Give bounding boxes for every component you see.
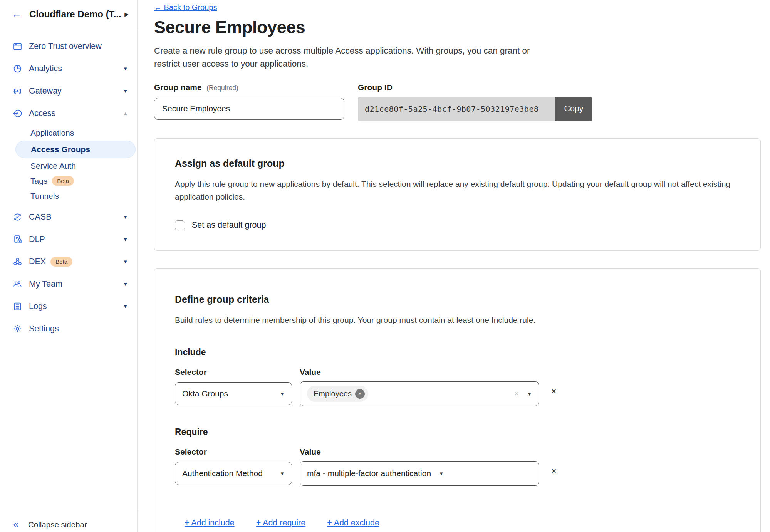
sidebar-item-logs[interactable]: Logs ▼ bbox=[0, 295, 137, 317]
sidebar-item-dex[interactable]: DEX Beta ▼ bbox=[0, 250, 137, 273]
require-selector-label: Selector bbox=[175, 447, 300, 456]
group-name-label: Group name bbox=[154, 83, 202, 92]
sidebar-item-tunnels[interactable]: Tunnels bbox=[0, 188, 137, 203]
add-rule-links: + Add include + Add require + Add exclud… bbox=[185, 518, 739, 528]
sidebar-item-label: DLP bbox=[29, 235, 45, 244]
chevron-right-icon[interactable]: ▶ bbox=[124, 11, 129, 17]
account-name[interactable]: Cloudflare Demo (T... bbox=[29, 9, 121, 20]
remove-require-rule-button[interactable]: ✕ bbox=[551, 467, 557, 475]
sidebar-item-settings[interactable]: Settings bbox=[0, 317, 137, 340]
sidebar-item-label: My Team bbox=[29, 279, 62, 289]
team-people-icon bbox=[13, 279, 22, 289]
group-name-input[interactable] bbox=[154, 98, 344, 120]
require-heading: Require bbox=[175, 427, 739, 437]
add-require-link[interactable]: + Add require bbox=[256, 518, 306, 528]
sidebar-item-applications[interactable]: Applications bbox=[0, 125, 137, 140]
sidebar-item-gateway[interactable]: Gateway ▼ bbox=[0, 80, 137, 102]
include-value-label: Value bbox=[300, 368, 321, 377]
default-group-card-body: Apply this rule group to new application… bbox=[175, 178, 739, 203]
clear-values-icon[interactable]: ✕ bbox=[514, 390, 519, 398]
window-icon bbox=[13, 42, 22, 51]
beta-badge: Beta bbox=[52, 176, 74, 186]
sidebar-item-my-team[interactable]: My Team ▼ bbox=[0, 273, 137, 295]
sidebar-item-service-auth[interactable]: Service Auth bbox=[0, 158, 137, 173]
require-selector-value: Authentication Method bbox=[182, 469, 263, 478]
value-chip-label: Employees bbox=[314, 389, 352, 398]
collapse-sidebar-button[interactable]: « Collapse sidebar bbox=[0, 510, 137, 532]
require-value-label: Value bbox=[300, 447, 321, 456]
copy-button[interactable]: Copy bbox=[555, 97, 592, 121]
back-arrow-icon[interactable]: ← bbox=[12, 9, 22, 20]
sidebar-item-access[interactable]: Access ▲ bbox=[0, 102, 137, 124]
gateway-icon bbox=[13, 86, 22, 96]
caret-down-icon: ▼ bbox=[123, 237, 128, 242]
chip-remove-icon[interactable]: ✕ bbox=[355, 389, 365, 399]
access-subnav: Applications Access Groups Service Auth … bbox=[0, 124, 137, 206]
sidebar-item-label: Zero Trust overview bbox=[29, 42, 102, 51]
logs-list-icon bbox=[13, 302, 22, 311]
caret-down-icon: ▼ bbox=[123, 259, 128, 265]
caret-down-icon: ▼ bbox=[123, 281, 128, 287]
default-group-card: Assign as default group Apply this rule … bbox=[154, 138, 761, 251]
sidebar-item-label: CASB bbox=[29, 212, 52, 222]
sidebar-item-zero-trust-overview[interactable]: Zero Trust overview bbox=[0, 35, 137, 57]
require-value-text: mfa - multiple-factor authentication bbox=[307, 469, 431, 478]
network-nodes-icon bbox=[13, 257, 22, 267]
set-default-group-row[interactable]: Set as default group bbox=[175, 220, 739, 230]
caret-down-icon: ▼ bbox=[123, 66, 128, 72]
sidebar-item-label: Access bbox=[29, 109, 55, 118]
collapse-label: Collapse sidebar bbox=[28, 520, 87, 529]
set-default-group-checkbox[interactable] bbox=[175, 220, 185, 230]
include-value-multiselect[interactable]: Employees ✕ ✕ ▼ bbox=[300, 381, 539, 406]
sidebar-item-label: Logs bbox=[29, 302, 47, 311]
sidebar-header: ← Cloudflare Demo (T... ▶ bbox=[0, 0, 137, 29]
caret-down-icon: ▼ bbox=[280, 471, 285, 477]
back-to-groups-link[interactable]: ← Back to Groups bbox=[154, 3, 217, 12]
remove-include-rule-button[interactable]: ✕ bbox=[551, 387, 557, 396]
sidebar-item-tags[interactable]: Tags Beta bbox=[0, 173, 137, 188]
group-id-label: Group ID bbox=[358, 83, 592, 92]
caret-down-icon: ▼ bbox=[439, 471, 444, 477]
include-selector-select[interactable]: Okta Groups ▼ bbox=[175, 382, 292, 405]
sidebar: ← Cloudflare Demo (T... ▶ Zero Trust ove… bbox=[0, 0, 138, 532]
caret-down-icon: ▼ bbox=[123, 304, 128, 309]
add-exclude-link[interactable]: + Add exclude bbox=[327, 518, 379, 528]
set-default-group-label: Set as default group bbox=[192, 220, 266, 230]
require-rule-row: Authentication Method ▼ mfa - multiple-f… bbox=[175, 456, 739, 486]
document-lock-icon bbox=[13, 235, 22, 244]
page-description: Create a new rule group to use across mu… bbox=[154, 44, 533, 70]
sidebar-item-label: Tags bbox=[30, 176, 47, 186]
include-heading: Include bbox=[175, 347, 739, 357]
casb-sync-check-icon bbox=[13, 212, 22, 222]
criteria-card: Define group criteria Build rules to det… bbox=[154, 268, 761, 532]
sidebar-item-casb[interactable]: CASB ▼ bbox=[0, 206, 137, 228]
require-value-select[interactable]: mfa - multiple-factor authentication ▼ bbox=[300, 461, 539, 486]
include-selector-value: Okta Groups bbox=[182, 389, 228, 398]
group-id-value: d21ce80f-5a25-4bcf-9b07-5032197e3be8 bbox=[358, 97, 555, 121]
default-group-card-title: Assign as default group bbox=[175, 158, 739, 169]
sidebar-item-dlp[interactable]: DLP ▼ bbox=[0, 228, 137, 250]
sidebar-item-analytics[interactable]: Analytics ▼ bbox=[0, 57, 137, 80]
sidebar-item-label: DEX bbox=[29, 257, 46, 267]
include-rule-row: Okta Groups ▼ Employees ✕ ✕ ▼ ✕ bbox=[175, 377, 739, 406]
app-root: ← Cloudflare Demo (T... ▶ Zero Trust ove… bbox=[0, 0, 770, 532]
page-title: Secure Employees bbox=[154, 17, 770, 37]
add-include-link[interactable]: + Add include bbox=[185, 518, 235, 528]
gear-icon bbox=[13, 324, 22, 334]
caret-up-icon: ▲ bbox=[123, 111, 128, 116]
group-name-id-row: Group name (Required) Group ID d21ce80f-… bbox=[154, 83, 770, 121]
require-selector-select[interactable]: Authentication Method ▼ bbox=[175, 462, 292, 485]
sidebar-item-access-groups[interactable]: Access Groups bbox=[15, 141, 136, 158]
sidebar-nav: Zero Trust overview Analytics ▼ Gateway … bbox=[0, 29, 137, 340]
back-link-label: Back to Groups bbox=[164, 3, 217, 12]
beta-badge: Beta bbox=[50, 257, 72, 267]
sidebar-item-label: Analytics bbox=[29, 64, 62, 74]
pie-chart-icon bbox=[13, 64, 22, 74]
back-arrow-glyph: ← bbox=[154, 3, 162, 12]
required-hint: (Required) bbox=[206, 84, 238, 92]
caret-down-icon: ▼ bbox=[527, 391, 532, 397]
criteria-card-title: Define group criteria bbox=[175, 294, 739, 305]
main-content: ← Back to Groups Secure Employees Create… bbox=[138, 0, 770, 532]
sidebar-item-label: Settings bbox=[29, 324, 59, 334]
caret-down-icon: ▼ bbox=[123, 88, 128, 94]
